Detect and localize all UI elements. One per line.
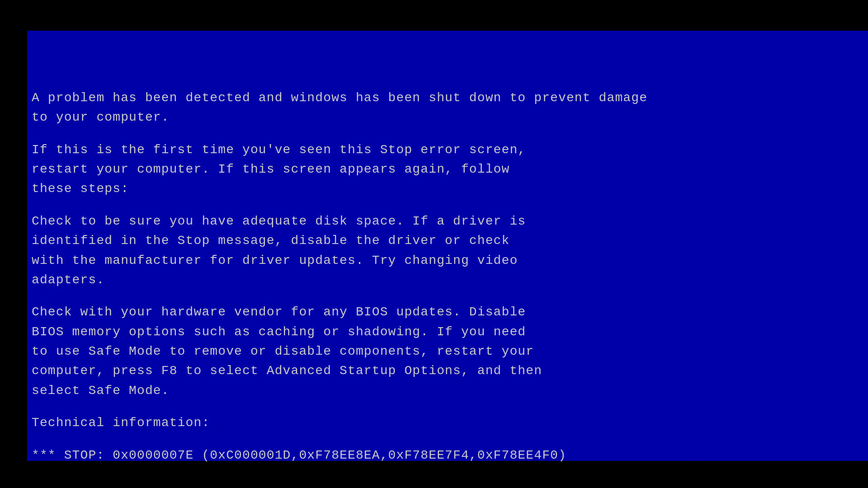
bsod-paragraph: Check to be sure you have adequate disk … (32, 211, 845, 290)
bsod-paragraph: Check with your hardware vendor for any … (32, 302, 845, 400)
bsod-paragraph: If this is the first time you've seen th… (32, 140, 845, 199)
screen-outer: A problem has been detected and windows … (0, 0, 868, 488)
bsod-text-container: A problem has been detected and windows … (32, 49, 845, 465)
bsod-paragraph: A problem has been detected and windows … (32, 88, 845, 127)
bsod-paragraph: Technical information: (32, 413, 845, 432)
bsod-screen: A problem has been detected and windows … (27, 31, 868, 461)
bsod-paragraph: *** STOP: 0x0000007E (0xC000001D,0xF78EE… (32, 446, 845, 465)
